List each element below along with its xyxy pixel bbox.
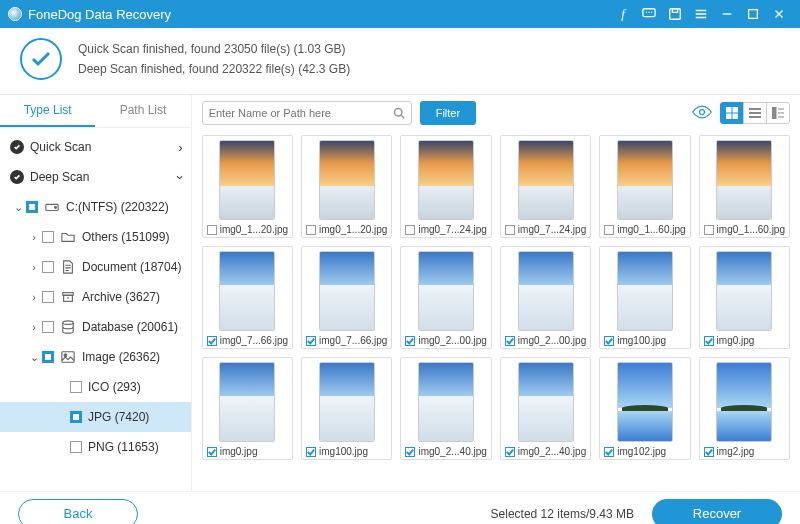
- file-checkbox[interactable]: [405, 336, 415, 346]
- file-cell[interactable]: img0_1...60.jpg: [699, 135, 790, 238]
- file-checkbox[interactable]: [704, 447, 714, 457]
- thumbnail: [518, 362, 574, 442]
- file-cell[interactable]: img0.jpg: [699, 246, 790, 349]
- feedback-icon[interactable]: [636, 0, 662, 28]
- file-cell[interactable]: img0_7...24.jpg: [400, 135, 491, 238]
- file-name: img0_1...20.jpg: [319, 224, 387, 235]
- maximize-icon[interactable]: [740, 0, 766, 28]
- tree-label: Archive (3627): [82, 290, 160, 304]
- thumbnail: [617, 362, 673, 442]
- facebook-icon[interactable]: f: [610, 0, 636, 28]
- tree-png[interactable]: PNG (11653): [0, 432, 191, 462]
- file-cell[interactable]: img0_2...40.jpg: [400, 357, 491, 460]
- tree-jpg[interactable]: JPG (7420): [0, 402, 191, 432]
- preview-icon[interactable]: [692, 104, 712, 123]
- file-cell[interactable]: img0_2...00.jpg: [400, 246, 491, 349]
- file-checkbox[interactable]: [505, 447, 515, 457]
- recover-button[interactable]: Recover: [652, 499, 782, 525]
- file-cell[interactable]: img100.jpg: [599, 246, 690, 349]
- checkbox[interactable]: [70, 381, 82, 393]
- file-checkbox[interactable]: [505, 336, 515, 346]
- checkbox[interactable]: [42, 321, 54, 333]
- svg-rect-2: [672, 9, 677, 13]
- search-input[interactable]: [209, 107, 393, 119]
- close-icon[interactable]: [766, 0, 792, 28]
- tree-drive[interactable]: ⌄ C:(NTFS) (220322): [0, 192, 191, 222]
- file-cell[interactable]: img0_7...66.jpg: [301, 246, 392, 349]
- tree-ico[interactable]: ICO (293): [0, 372, 191, 402]
- filter-button[interactable]: Filter: [420, 101, 476, 125]
- tree-others[interactable]: › Others (151099): [0, 222, 191, 252]
- file-cell[interactable]: img0_1...60.jpg: [599, 135, 690, 238]
- minimize-icon[interactable]: [714, 0, 740, 28]
- checkbox[interactable]: [70, 411, 82, 423]
- file-checkbox[interactable]: [704, 336, 714, 346]
- checkbox[interactable]: [42, 231, 54, 243]
- file-checkbox[interactable]: [306, 336, 316, 346]
- thumbnail: [219, 362, 275, 442]
- file-name: img100.jpg: [617, 335, 666, 346]
- save-icon[interactable]: [662, 0, 688, 28]
- file-cell[interactable]: img0.jpg: [202, 357, 293, 460]
- svg-rect-16: [733, 114, 738, 119]
- file-checkbox[interactable]: [405, 225, 415, 235]
- file-checkbox[interactable]: [207, 336, 217, 346]
- sidebar: Type List Path List Quick Scan › Deep Sc…: [0, 95, 192, 491]
- checkbox[interactable]: [42, 291, 54, 303]
- file-checkbox[interactable]: [505, 225, 515, 235]
- checkbox[interactable]: [26, 201, 38, 213]
- view-detail-button[interactable]: [766, 102, 790, 124]
- file-cell[interactable]: img0_7...66.jpg: [202, 246, 293, 349]
- file-name: img0.jpg: [717, 335, 755, 346]
- tab-type-list[interactable]: Type List: [0, 95, 95, 127]
- file-cell[interactable]: img100.jpg: [301, 357, 392, 460]
- scan-summary: Quick Scan finished, found 23050 file(s)…: [0, 28, 800, 95]
- thumbnail: [418, 140, 474, 220]
- file-checkbox[interactable]: [207, 447, 217, 457]
- menu-icon[interactable]: [688, 0, 714, 28]
- file-cell[interactable]: img2.jpg: [699, 357, 790, 460]
- file-cell[interactable]: img0_7...24.jpg: [500, 135, 591, 238]
- svg-rect-13: [726, 107, 731, 112]
- file-name: img0_7...24.jpg: [518, 224, 586, 235]
- chevron-down-icon: ›: [173, 175, 188, 179]
- file-checkbox[interactable]: [604, 447, 614, 457]
- file-checkbox[interactable]: [704, 225, 714, 235]
- checkbox[interactable]: [42, 351, 54, 363]
- database-icon: [60, 320, 76, 334]
- checkbox[interactable]: [42, 261, 54, 273]
- file-checkbox[interactable]: [405, 447, 415, 457]
- tree-label: Document (18704): [82, 260, 181, 274]
- file-grid-wrap[interactable]: img0_1...20.jpgimg0_1...20.jpgimg0_7...2…: [192, 131, 800, 491]
- tree-deep-scan[interactable]: Deep Scan ›: [0, 162, 191, 192]
- svg-point-5: [55, 207, 57, 209]
- file-checkbox[interactable]: [306, 447, 316, 457]
- tree-document[interactable]: › Document (18704): [0, 252, 191, 282]
- tree-image[interactable]: ⌄ Image (26362): [0, 342, 191, 372]
- file-cell[interactable]: img0_2...40.jpg: [500, 357, 591, 460]
- file-name: img102.jpg: [617, 446, 666, 457]
- thumbnail: [518, 251, 574, 331]
- file-cell[interactable]: img102.jpg: [599, 357, 690, 460]
- file-cell[interactable]: img0_1...20.jpg: [202, 135, 293, 238]
- file-cell[interactable]: img0_2...00.jpg: [500, 246, 591, 349]
- file-checkbox[interactable]: [604, 336, 614, 346]
- tree-quick-scan[interactable]: Quick Scan ›: [0, 132, 191, 162]
- folder-icon: [60, 230, 76, 244]
- tree-database[interactable]: › Database (20061): [0, 312, 191, 342]
- chevron-right-icon: ›: [26, 261, 42, 273]
- file-checkbox[interactable]: [207, 225, 217, 235]
- search-input-wrap[interactable]: [202, 101, 412, 125]
- view-grid-button[interactable]: [720, 102, 744, 124]
- file-cell[interactable]: img0_1...20.jpg: [301, 135, 392, 238]
- file-checkbox[interactable]: [306, 225, 316, 235]
- tree-archive[interactable]: › Archive (3627): [0, 282, 191, 312]
- back-button[interactable]: Back: [18, 499, 138, 525]
- checkbox[interactable]: [70, 441, 82, 453]
- file-checkbox[interactable]: [604, 225, 614, 235]
- tab-path-list[interactable]: Path List: [95, 95, 190, 127]
- image-icon: [60, 350, 76, 364]
- app-logo-icon: [8, 7, 22, 21]
- selection-status: Selected 12 items/9.43 MB: [491, 507, 634, 521]
- view-list-button[interactable]: [743, 102, 767, 124]
